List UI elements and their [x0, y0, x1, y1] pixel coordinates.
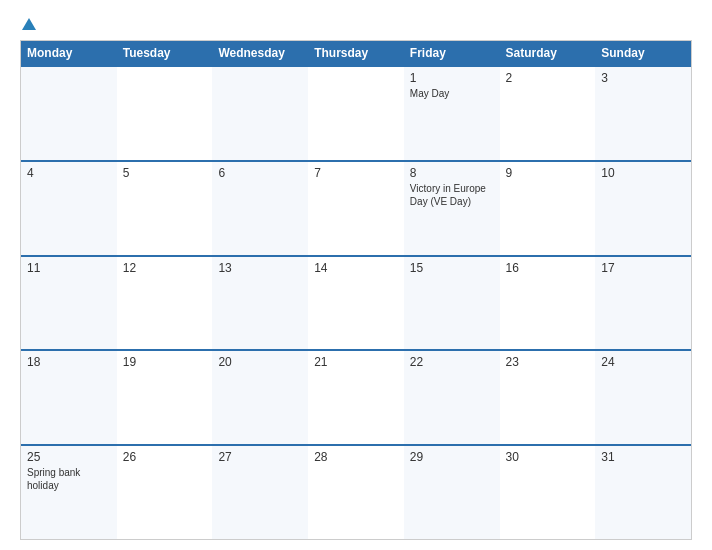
header	[20, 16, 692, 32]
event-label: May Day	[410, 88, 449, 99]
calendar-cell: 6	[212, 162, 308, 255]
calendar-cell: 26	[117, 446, 213, 539]
day-number: 29	[410, 450, 494, 464]
calendar-cell: 14	[308, 257, 404, 350]
day-number: 27	[218, 450, 302, 464]
calendar-cell: 19	[117, 351, 213, 444]
calendar-cell: 31	[595, 446, 691, 539]
day-number: 15	[410, 261, 494, 275]
calendar-body: 1May Day2345678Victory in Europe Day (VE…	[21, 65, 691, 539]
event-label: Victory in Europe Day (VE Day)	[410, 183, 486, 207]
event-label: Spring bank holiday	[27, 467, 80, 491]
calendar-cell: 10	[595, 162, 691, 255]
calendar: MondayTuesdayWednesdayThursdayFridaySatu…	[20, 40, 692, 540]
calendar-cell: 18	[21, 351, 117, 444]
calendar-cell: 17	[595, 257, 691, 350]
calendar-cell: 2	[500, 67, 596, 160]
calendar-week-5: 25Spring bank holiday262728293031	[21, 444, 691, 539]
page: MondayTuesdayWednesdayThursdayFridaySatu…	[0, 0, 712, 550]
day-number: 4	[27, 166, 111, 180]
day-header-friday: Friday	[404, 41, 500, 65]
calendar-cell: 7	[308, 162, 404, 255]
calendar-cell: 27	[212, 446, 308, 539]
day-number: 17	[601, 261, 685, 275]
calendar-cell: 24	[595, 351, 691, 444]
day-header-monday: Monday	[21, 41, 117, 65]
calendar-cell: 22	[404, 351, 500, 444]
day-number: 2	[506, 71, 590, 85]
day-header-tuesday: Tuesday	[117, 41, 213, 65]
day-number: 8	[410, 166, 494, 180]
calendar-cell: 30	[500, 446, 596, 539]
calendar-cell: 20	[212, 351, 308, 444]
calendar-header: MondayTuesdayWednesdayThursdayFridaySatu…	[21, 41, 691, 65]
calendar-cell: 5	[117, 162, 213, 255]
calendar-cell: 16	[500, 257, 596, 350]
calendar-week-1: 1May Day23	[21, 65, 691, 160]
calendar-cell: 29	[404, 446, 500, 539]
calendar-cell	[21, 67, 117, 160]
day-number: 14	[314, 261, 398, 275]
day-number: 18	[27, 355, 111, 369]
day-number: 9	[506, 166, 590, 180]
calendar-week-2: 45678Victory in Europe Day (VE Day)910	[21, 160, 691, 255]
day-number: 5	[123, 166, 207, 180]
calendar-cell: 28	[308, 446, 404, 539]
day-number: 26	[123, 450, 207, 464]
day-number: 25	[27, 450, 111, 464]
day-number: 3	[601, 71, 685, 85]
calendar-cell	[117, 67, 213, 160]
calendar-cell: 4	[21, 162, 117, 255]
calendar-cell	[212, 67, 308, 160]
day-number: 23	[506, 355, 590, 369]
calendar-cell	[308, 67, 404, 160]
calendar-cell: 23	[500, 351, 596, 444]
day-number: 7	[314, 166, 398, 180]
day-number: 6	[218, 166, 302, 180]
day-number: 22	[410, 355, 494, 369]
logo-triangle-icon	[22, 18, 36, 30]
day-number: 16	[506, 261, 590, 275]
calendar-cell: 25Spring bank holiday	[21, 446, 117, 539]
day-number: 12	[123, 261, 207, 275]
logo	[20, 16, 36, 32]
day-number: 1	[410, 71, 494, 85]
calendar-week-3: 11121314151617	[21, 255, 691, 350]
calendar-cell: 9	[500, 162, 596, 255]
calendar-cell: 13	[212, 257, 308, 350]
calendar-cell: 15	[404, 257, 500, 350]
day-number: 19	[123, 355, 207, 369]
calendar-cell: 11	[21, 257, 117, 350]
calendar-cell: 1May Day	[404, 67, 500, 160]
day-number: 10	[601, 166, 685, 180]
day-header-saturday: Saturday	[500, 41, 596, 65]
day-number: 21	[314, 355, 398, 369]
day-header-sunday: Sunday	[595, 41, 691, 65]
day-number: 13	[218, 261, 302, 275]
day-number: 31	[601, 450, 685, 464]
day-number: 11	[27, 261, 111, 275]
day-number: 28	[314, 450, 398, 464]
day-number: 30	[506, 450, 590, 464]
calendar-cell: 21	[308, 351, 404, 444]
day-number: 24	[601, 355, 685, 369]
day-number: 20	[218, 355, 302, 369]
day-header-thursday: Thursday	[308, 41, 404, 65]
calendar-cell: 8Victory in Europe Day (VE Day)	[404, 162, 500, 255]
calendar-cell: 3	[595, 67, 691, 160]
calendar-week-4: 18192021222324	[21, 349, 691, 444]
day-header-wednesday: Wednesday	[212, 41, 308, 65]
calendar-cell: 12	[117, 257, 213, 350]
